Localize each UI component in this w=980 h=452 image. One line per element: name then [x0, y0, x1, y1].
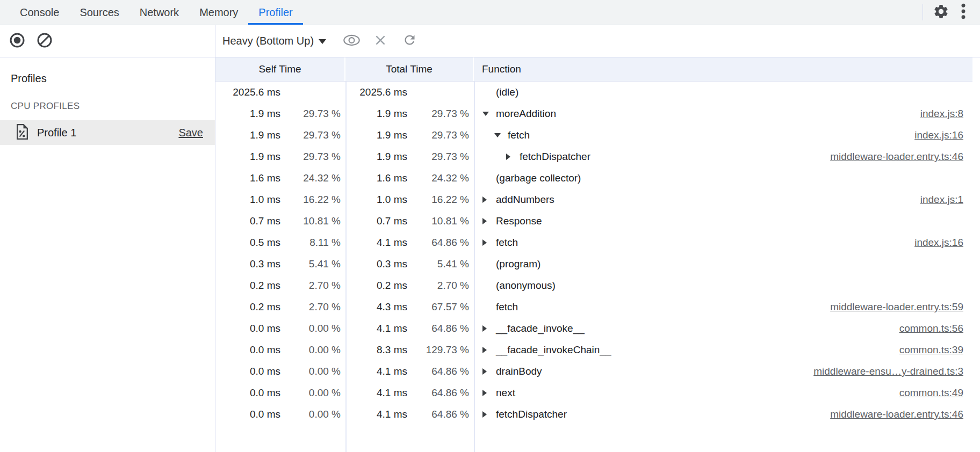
- table-row[interactable]: 1.0 ms16.22 %1.0 ms16.22 %addNumbersinde…: [215, 189, 972, 210]
- function-name: drainBody: [496, 366, 542, 377]
- function-name: fetchDispatcher: [520, 151, 590, 163]
- clear-icon: [37, 32, 53, 50]
- tree-toggle[interactable]: [482, 347, 496, 353]
- total-time-ms: 4.1 ms: [347, 409, 407, 420]
- function-cell: fetchindex.js:16: [475, 237, 972, 249]
- tab-profiler[interactable]: Profiler: [248, 0, 302, 25]
- tree-toggle[interactable]: [482, 368, 496, 375]
- total-time-cell: 1.6 ms24.32 %: [347, 172, 475, 184]
- function-name: fetchDispatcher: [496, 409, 567, 420]
- view-mode-dropdown[interactable]: Heavy (Bottom Up): [222, 35, 326, 47]
- source-link[interactable]: common.ts:39: [889, 344, 972, 356]
- tree-indent: [475, 286, 482, 286]
- refresh-icon: [402, 33, 417, 49]
- total-time-percent: 5.41 %: [407, 258, 475, 270]
- source-link[interactable]: middleware-loader.entry.ts:46: [819, 409, 972, 420]
- clear-profiles-button[interactable]: [37, 33, 53, 49]
- total-time-cell: 4.3 ms67.57 %: [347, 301, 475, 313]
- tab-console[interactable]: Console: [10, 0, 69, 25]
- table-row[interactable]: 0.2 ms2.70 %4.3 ms67.57 %fetchmiddleware…: [215, 296, 972, 318]
- total-time-cell: 0.7 ms10.81 %: [347, 215, 475, 227]
- self-time-ms: 1.9 ms: [215, 151, 280, 163]
- tree-toggle[interactable]: [482, 112, 496, 116]
- focus-visibility-button[interactable]: [340, 30, 363, 53]
- column-header-total-time[interactable]: Total Time: [345, 57, 474, 81]
- tree-toggle[interactable]: [494, 133, 508, 137]
- save-profile-link[interactable]: Save: [178, 127, 203, 139]
- self-time-ms: 0.3 ms: [215, 258, 280, 270]
- tree-toggle[interactable]: [482, 411, 496, 418]
- table-row[interactable]: 0.5 ms8.11 %4.1 ms64.86 %fetchindex.js:1…: [215, 232, 972, 253]
- table-row[interactable]: 1.9 ms29.73 %1.9 ms29.73 %fetchindex.js:…: [215, 125, 972, 146]
- tree-toggle[interactable]: [482, 196, 496, 203]
- self-time-cell: 1.9 ms29.73 %: [215, 129, 347, 141]
- tree-toggle[interactable]: [482, 390, 496, 396]
- chevron-down-icon: [319, 39, 326, 44]
- settings-button[interactable]: [929, 1, 952, 24]
- source-link[interactable]: middleware-loader.entry.ts:59: [819, 301, 972, 313]
- view-mode-label: Heavy (Bottom Up): [222, 35, 314, 47]
- function-name: __facade_invokeChain__: [496, 344, 611, 356]
- source-link[interactable]: index.js:1: [910, 194, 972, 206]
- tabbar-right-controls: [923, 0, 980, 25]
- table-row[interactable]: 0.0 ms0.00 %8.3 ms129.73 %__facade_invok…: [215, 339, 972, 361]
- total-time-cell: 4.1 ms64.86 %: [347, 387, 475, 399]
- table-row[interactable]: 0.0 ms0.00 %4.1 ms64.86 %drainBodymiddle…: [215, 361, 972, 382]
- table-row[interactable]: 0.7 ms10.81 %0.7 ms10.81 %Response: [215, 210, 972, 232]
- self-time-cell: 0.0 ms0.00 %: [215, 344, 347, 356]
- total-time-ms: 4.1 ms: [347, 366, 407, 377]
- table-row[interactable]: 1.9 ms29.73 %1.9 ms29.73 %moreAdditionin…: [215, 103, 972, 125]
- function-cell: nextcommon.ts:49: [475, 387, 972, 399]
- table-row[interactable]: 0.0 ms0.00 %4.1 ms64.86 %__facade_invoke…: [215, 318, 972, 339]
- table-row[interactable]: 1.9 ms29.73 %1.9 ms29.73 %fetchDispatche…: [215, 146, 972, 167]
- function-name: (idle): [496, 86, 518, 98]
- function-cell: fetchindex.js:16: [475, 129, 972, 141]
- record-button[interactable]: [9, 33, 25, 49]
- source-link[interactable]: index.js:16: [904, 129, 972, 141]
- table-row[interactable]: 0.0 ms0.00 %4.1 ms64.86 %nextcommon.ts:4…: [215, 382, 972, 404]
- self-time-percent: 8.11 %: [280, 237, 347, 249]
- table-row[interactable]: 1.6 ms24.32 %1.6 ms24.32 %(garbage colle…: [215, 167, 972, 189]
- column-header-function[interactable]: Function: [474, 57, 972, 81]
- restore-functions-button[interactable]: [398, 30, 421, 53]
- tree-toggle[interactable]: [506, 154, 520, 160]
- table-row[interactable]: 0.0 ms0.00 %4.1 ms64.86 %fetchDispatcher…: [215, 404, 972, 425]
- function-cell: fetchmiddleware-loader.entry.ts:59: [475, 301, 972, 313]
- function-name: (program): [496, 258, 541, 270]
- visibility-icon: [342, 33, 361, 49]
- source-link[interactable]: middleware-ensu…y-drained.ts:3: [803, 366, 972, 377]
- sidebar-item-profile-1[interactable]: Profile 1 Save: [0, 120, 215, 145]
- total-time-percent: 64.86 %: [407, 409, 475, 420]
- record-icon: [9, 32, 25, 50]
- function-name: addNumbers: [496, 194, 554, 206]
- tree-toggle[interactable]: [482, 325, 496, 332]
- total-time-ms: 4.1 ms: [347, 237, 407, 249]
- tree-toggle[interactable]: [482, 239, 496, 246]
- tab-memory[interactable]: Memory: [189, 0, 248, 25]
- more-menu-icon: [961, 3, 965, 22]
- source-link[interactable]: index.js:8: [910, 108, 972, 120]
- triangle-right-icon: [482, 196, 487, 203]
- source-link[interactable]: middleware-loader.entry.ts:46: [819, 151, 972, 163]
- source-link[interactable]: common.ts:49: [889, 387, 972, 399]
- total-time-ms: 1.9 ms: [347, 129, 407, 141]
- tab-network[interactable]: Network: [129, 0, 189, 25]
- triangle-down-icon: [494, 133, 501, 137]
- source-link[interactable]: index.js:16: [904, 237, 972, 249]
- tree-toggle[interactable]: [482, 218, 496, 224]
- table-row[interactable]: 0.3 ms5.41 %0.3 ms5.41 %(program): [215, 253, 972, 275]
- column-header-self-time[interactable]: Self Time: [215, 57, 345, 81]
- function-name: (garbage collector): [496, 172, 581, 184]
- tabbar-divider: [923, 4, 923, 20]
- table-row[interactable]: 0.2 ms2.70 %0.2 ms2.70 %(anonymous): [215, 275, 972, 296]
- table-row[interactable]: 2025.6 ms2025.6 ms(idle): [215, 82, 972, 103]
- exclude-function-button[interactable]: [369, 30, 392, 53]
- self-time-cell: 1.6 ms24.32 %: [215, 172, 347, 184]
- self-time-cell: 0.2 ms2.70 %: [215, 301, 347, 313]
- tab-sources[interactable]: Sources: [69, 0, 129, 25]
- function-name: fetch: [496, 301, 518, 313]
- total-time-ms: 8.3 ms: [347, 344, 407, 356]
- source-link[interactable]: common.ts:56: [889, 323, 972, 334]
- function-cell: Response: [475, 215, 972, 227]
- more-options-button[interactable]: [952, 1, 975, 24]
